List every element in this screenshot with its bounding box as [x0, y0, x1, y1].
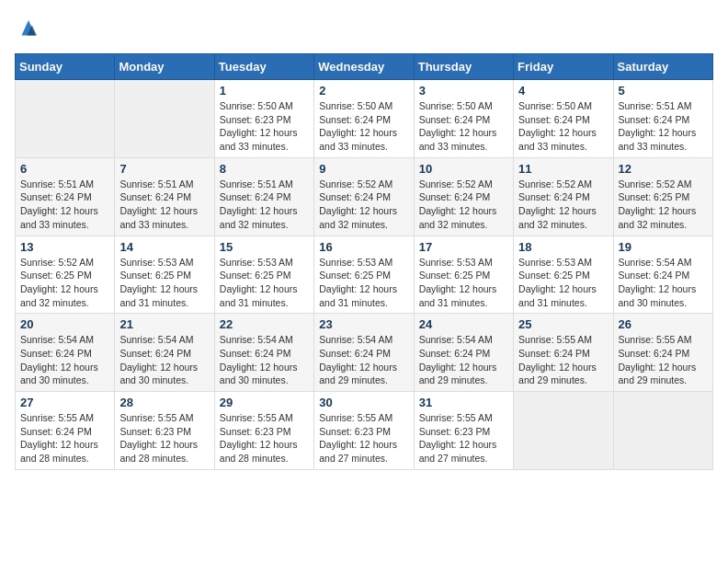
calendar-cell: 25Sunrise: 5:55 AMSunset: 6:24 PMDayligh…	[514, 314, 613, 392]
day-info: Sunrise: 5:51 AMSunset: 6:24 PMDaylight:…	[20, 178, 109, 232]
calendar-cell: 6Sunrise: 5:51 AMSunset: 6:24 PMDaylight…	[16, 157, 115, 236]
calendar-cell: 30Sunrise: 5:55 AMSunset: 6:23 PMDayligh…	[314, 392, 414, 470]
calendar-cell	[115, 80, 214, 158]
day-number: 29	[220, 396, 309, 409]
day-number: 17	[419, 240, 508, 254]
day-info: Sunrise: 5:53 AMSunset: 6:25 PMDaylight:…	[220, 256, 309, 310]
day-info: Sunrise: 5:50 AMSunset: 6:24 PMDaylight:…	[419, 99, 508, 154]
day-number: 4	[518, 84, 608, 98]
calendar-cell: 15Sunrise: 5:53 AMSunset: 6:25 PMDayligh…	[214, 236, 313, 314]
calendar-cell: 9Sunrise: 5:52 AMSunset: 6:24 PMDaylight…	[314, 157, 414, 236]
day-number: 9	[319, 162, 408, 176]
logo-icon	[15, 15, 42, 42]
weekday-header: Sunday	[16, 54, 115, 80]
day-info: Sunrise: 5:50 AMSunset: 6:24 PMDaylight:…	[518, 99, 608, 154]
day-number: 11	[518, 162, 608, 176]
day-info: Sunrise: 5:55 AMSunset: 6:24 PMDaylight:…	[619, 333, 708, 387]
day-info: Sunrise: 5:54 AMSunset: 6:24 PMDaylight:…	[220, 333, 309, 387]
day-number: 20	[20, 317, 109, 331]
day-number: 16	[319, 240, 408, 254]
day-info: Sunrise: 5:52 AMSunset: 6:24 PMDaylight:…	[419, 178, 508, 232]
page-header	[15, 15, 713, 42]
calendar-cell: 8Sunrise: 5:51 AMSunset: 6:24 PMDaylight…	[214, 157, 313, 236]
day-info: Sunrise: 5:55 AMSunset: 6:23 PMDaylight:…	[119, 411, 209, 465]
day-info: Sunrise: 5:55 AMSunset: 6:24 PMDaylight:…	[518, 333, 608, 387]
day-info: Sunrise: 5:53 AMSunset: 6:25 PMDaylight:…	[319, 256, 408, 310]
weekday-header: Friday	[514, 54, 613, 80]
weekday-header: Tuesday	[214, 54, 313, 80]
calendar-cell: 17Sunrise: 5:53 AMSunset: 6:25 PMDayligh…	[414, 236, 513, 314]
day-number: 23	[319, 317, 408, 331]
calendar-cell: 26Sunrise: 5:55 AMSunset: 6:24 PMDayligh…	[613, 314, 712, 392]
day-info: Sunrise: 5:53 AMSunset: 6:25 PMDaylight:…	[119, 256, 209, 310]
day-number: 22	[220, 317, 309, 331]
day-number: 30	[319, 396, 408, 409]
calendar-cell: 29Sunrise: 5:55 AMSunset: 6:23 PMDayligh…	[214, 392, 313, 470]
calendar-cell: 19Sunrise: 5:54 AMSunset: 6:24 PMDayligh…	[613, 236, 712, 314]
day-number: 5	[619, 84, 708, 98]
calendar-cell: 11Sunrise: 5:52 AMSunset: 6:24 PMDayligh…	[514, 157, 613, 236]
calendar-cell: 13Sunrise: 5:52 AMSunset: 6:25 PMDayligh…	[16, 236, 115, 314]
logo	[15, 15, 46, 42]
day-number: 2	[319, 84, 408, 98]
calendar-cell: 20Sunrise: 5:54 AMSunset: 6:24 PMDayligh…	[16, 314, 115, 392]
day-number: 7	[119, 162, 209, 176]
day-number: 24	[419, 317, 508, 331]
calendar-cell: 2Sunrise: 5:50 AMSunset: 6:24 PMDaylight…	[314, 80, 414, 158]
day-info: Sunrise: 5:52 AMSunset: 6:25 PMDaylight:…	[20, 256, 109, 310]
day-info: Sunrise: 5:53 AMSunset: 6:25 PMDaylight:…	[419, 256, 508, 310]
day-info: Sunrise: 5:52 AMSunset: 6:24 PMDaylight:…	[518, 178, 608, 232]
calendar-cell: 24Sunrise: 5:54 AMSunset: 6:24 PMDayligh…	[414, 314, 513, 392]
weekday-header: Saturday	[613, 54, 712, 80]
calendar-cell: 10Sunrise: 5:52 AMSunset: 6:24 PMDayligh…	[414, 157, 513, 236]
calendar-cell: 1Sunrise: 5:50 AMSunset: 6:23 PMDaylight…	[214, 80, 313, 158]
day-info: Sunrise: 5:51 AMSunset: 6:24 PMDaylight:…	[619, 99, 708, 154]
calendar-cell: 27Sunrise: 5:55 AMSunset: 6:24 PMDayligh…	[16, 392, 115, 470]
day-number: 26	[619, 317, 708, 331]
day-number: 25	[518, 317, 608, 331]
day-number: 14	[119, 240, 209, 254]
day-number: 15	[220, 240, 309, 254]
day-number: 12	[619, 162, 708, 176]
day-number: 13	[20, 240, 109, 254]
calendar-cell: 14Sunrise: 5:53 AMSunset: 6:25 PMDayligh…	[115, 236, 214, 314]
calendar-cell: 12Sunrise: 5:52 AMSunset: 6:25 PMDayligh…	[613, 157, 712, 236]
calendar-cell	[16, 80, 115, 158]
day-info: Sunrise: 5:54 AMSunset: 6:24 PMDaylight:…	[419, 333, 508, 387]
day-info: Sunrise: 5:54 AMSunset: 6:24 PMDaylight:…	[119, 333, 209, 387]
day-info: Sunrise: 5:55 AMSunset: 6:23 PMDaylight:…	[220, 411, 309, 465]
calendar-cell: 28Sunrise: 5:55 AMSunset: 6:23 PMDayligh…	[115, 392, 214, 470]
day-info: Sunrise: 5:55 AMSunset: 6:23 PMDaylight:…	[419, 411, 508, 465]
day-info: Sunrise: 5:54 AMSunset: 6:24 PMDaylight:…	[319, 333, 408, 387]
day-info: Sunrise: 5:52 AMSunset: 6:25 PMDaylight:…	[619, 178, 708, 232]
day-number: 10	[419, 162, 508, 176]
day-number: 27	[20, 396, 109, 409]
day-info: Sunrise: 5:55 AMSunset: 6:24 PMDaylight:…	[20, 411, 109, 465]
calendar-cell: 4Sunrise: 5:50 AMSunset: 6:24 PMDaylight…	[514, 80, 613, 158]
day-number: 21	[119, 317, 209, 331]
day-info: Sunrise: 5:50 AMSunset: 6:23 PMDaylight:…	[220, 99, 309, 154]
calendar-cell	[613, 392, 712, 470]
weekday-header: Wednesday	[314, 54, 414, 80]
calendar-cell: 22Sunrise: 5:54 AMSunset: 6:24 PMDayligh…	[214, 314, 313, 392]
day-number: 8	[220, 162, 309, 176]
day-info: Sunrise: 5:53 AMSunset: 6:25 PMDaylight:…	[518, 256, 608, 310]
calendar-cell: 16Sunrise: 5:53 AMSunset: 6:25 PMDayligh…	[314, 236, 414, 314]
calendar-cell	[514, 392, 613, 470]
day-info: Sunrise: 5:51 AMSunset: 6:24 PMDaylight:…	[220, 178, 309, 232]
day-number: 6	[20, 162, 109, 176]
calendar-cell: 23Sunrise: 5:54 AMSunset: 6:24 PMDayligh…	[314, 314, 414, 392]
weekday-header: Monday	[115, 54, 214, 80]
day-info: Sunrise: 5:51 AMSunset: 6:24 PMDaylight:…	[119, 178, 209, 232]
day-info: Sunrise: 5:54 AMSunset: 6:24 PMDaylight:…	[619, 256, 708, 310]
calendar-cell: 3Sunrise: 5:50 AMSunset: 6:24 PMDaylight…	[414, 80, 513, 158]
day-number: 1	[220, 84, 309, 98]
day-info: Sunrise: 5:50 AMSunset: 6:24 PMDaylight:…	[319, 99, 408, 154]
day-number: 28	[119, 396, 209, 409]
day-info: Sunrise: 5:52 AMSunset: 6:24 PMDaylight:…	[319, 178, 408, 232]
day-number: 3	[419, 84, 508, 98]
day-number: 19	[619, 240, 708, 254]
day-number: 18	[518, 240, 608, 254]
calendar-cell: 5Sunrise: 5:51 AMSunset: 6:24 PMDaylight…	[613, 80, 712, 158]
day-info: Sunrise: 5:55 AMSunset: 6:23 PMDaylight:…	[319, 411, 408, 465]
